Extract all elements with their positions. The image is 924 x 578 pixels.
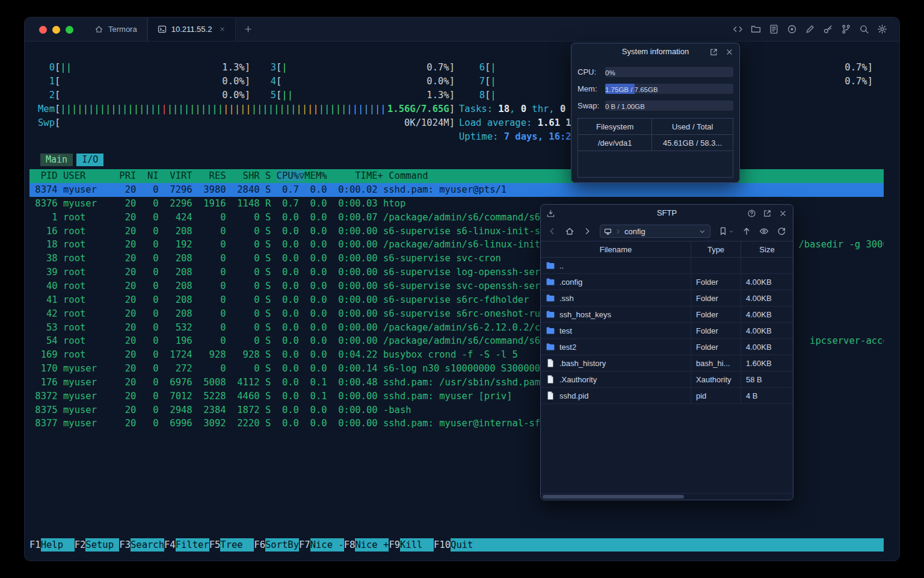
cpu-meter-4: 4[0.0%] <box>259 75 455 89</box>
code-icon[interactable] <box>733 24 743 34</box>
branch-icon[interactable] <box>841 24 851 34</box>
fn-f10-button[interactable]: F10Quit <box>434 538 484 552</box>
close-tab-icon[interactable] <box>219 26 226 33</box>
file-name: test <box>559 326 572 335</box>
file-name: test2 <box>559 343 576 352</box>
file-type: Folder <box>691 290 741 306</box>
fn-f1-button[interactable]: F1Help <box>29 538 75 552</box>
file-row[interactable]: ssh_host_keysFolder4.00KB <box>541 306 793 323</box>
meter-label: Swap: <box>578 101 605 110</box>
close-panel-icon[interactable] <box>725 48 734 57</box>
folder-icon[interactable] <box>751 24 761 34</box>
file-row[interactable]: .configFolder4.00KB <box>541 274 793 290</box>
bookmark-dropdown-icon[interactable] <box>728 229 734 234</box>
settings-icon[interactable] <box>877 24 887 34</box>
file-row[interactable]: .sshFolder4.00KB <box>541 290 793 306</box>
bookmark-icon[interactable] <box>718 226 728 236</box>
sort-column-cpu[interactable]: CPU%▽ <box>277 170 305 181</box>
meter-bar: 0% <box>605 67 733 77</box>
file-type: Folder <box>691 339 741 355</box>
close-window-button[interactable] <box>39 26 47 34</box>
file-row[interactable]: .bash_historybash_hi...1.60KB <box>541 355 793 371</box>
tab-termora-home[interactable]: Termora <box>85 17 147 41</box>
horizontal-scrollbar[interactable] <box>541 493 793 500</box>
search-icon[interactable] <box>859 24 869 34</box>
col-filename[interactable]: Filename <box>541 241 691 257</box>
download-icon[interactable] <box>546 205 555 222</box>
zoom-window-button[interactable] <box>66 26 73 34</box>
file-size: 4.00KB <box>741 290 793 306</box>
help-icon[interactable] <box>747 209 756 218</box>
file-size <box>741 258 793 273</box>
file-row[interactable]: test2Folder4.00KB <box>541 339 793 355</box>
path-breadcrumb[interactable]: config <box>600 225 710 238</box>
fn-f2-button[interactable]: F2Setup <box>75 538 120 552</box>
open-in-window-icon[interactable] <box>763 209 772 218</box>
fn-f3-button[interactable]: F3Search <box>119 538 164 552</box>
fn-f8-button[interactable]: F8Nice + <box>344 538 389 552</box>
folder-icon <box>546 261 555 270</box>
home-icon[interactable] <box>565 226 574 236</box>
file-name: .. <box>559 261 564 270</box>
file-type <box>691 258 741 273</box>
breadcrumb-separator-icon <box>614 228 622 235</box>
file-row[interactable]: .. <box>541 258 793 274</box>
file-row[interactable]: sshd.pidpid4 B <box>541 388 793 404</box>
minimize-window-button[interactable] <box>52 26 60 34</box>
col-type[interactable]: Type <box>691 241 741 257</box>
fn-f7-button[interactable]: F7Nice - <box>299 538 344 552</box>
scrollbar-thumb[interactable] <box>543 495 684 499</box>
folder-icon <box>546 309 555 319</box>
key-icon[interactable] <box>823 24 833 34</box>
refresh-icon[interactable] <box>777 226 786 236</box>
file-row[interactable]: .XauthorityXauthority58 B <box>541 371 793 388</box>
tab-bar: Termora 10.211.55.2 <box>85 17 260 41</box>
col-size[interactable]: Size <box>741 241 793 257</box>
fn-f5-button[interactable]: F5Tree <box>209 538 254 552</box>
close-panel-icon[interactable] <box>778 209 787 218</box>
file-type: Folder <box>691 323 741 338</box>
app-window: Termora 10.211.55.2 0[||1.3%] 1[0.0%] 2[… <box>24 17 900 561</box>
open-in-window-icon[interactable] <box>709 48 718 57</box>
new-tab-button[interactable] <box>236 17 260 41</box>
cpu-meter-2: 2[0.0%] <box>38 89 250 102</box>
meter-value: 0 B / 1.00GB <box>605 103 645 110</box>
folder-icon <box>546 277 555 287</box>
fs-col-used-total: Used / Total <box>652 119 733 134</box>
log-icon[interactable] <box>769 24 779 34</box>
fn-f4-button[interactable]: F4Filter <box>164 538 209 552</box>
file-size: 4.00KB <box>741 339 793 355</box>
record-icon[interactable] <box>787 24 797 34</box>
file-table-header[interactable]: Filename Type Size <box>541 241 793 258</box>
file-type: Folder <box>691 306 741 322</box>
computer-icon <box>604 228 612 235</box>
show-hidden-icon[interactable] <box>759 226 769 236</box>
chevron-down-icon[interactable] <box>698 228 706 235</box>
htop-summary-line: Load average: 1.61 1 <box>459 116 571 130</box>
filesystem-row[interactable]: /dev/vda145.61GB / 58.3... <box>578 135 733 151</box>
file-icon <box>546 374 555 384</box>
filesystem-table-header: Filesystem Used / Total <box>578 119 733 135</box>
htop-tab-main[interactable]: Main <box>40 154 73 166</box>
tab-label: 10.211.55.2 <box>171 25 212 34</box>
window-titlebar: Termora 10.211.55.2 <box>25 17 899 42</box>
file-row[interactable]: testFolder4.00KB <box>541 323 793 339</box>
pencil-icon[interactable] <box>805 24 815 34</box>
file-size: 4.00KB <box>741 274 793 290</box>
forward-icon[interactable] <box>582 226 592 236</box>
fn-f9-button[interactable]: F9Kill <box>389 538 434 552</box>
cpu-meter-1: 1[0.0%] <box>38 75 250 89</box>
tab-ssh-session[interactable]: 10.211.55.2 <box>147 17 236 41</box>
parent-directory-icon[interactable] <box>742 226 751 236</box>
terminal-icon <box>158 25 167 34</box>
sftp-toolbar: config <box>541 222 793 241</box>
fn-f6-button[interactable]: F6SortBy <box>254 538 299 552</box>
back-icon[interactable] <box>547 226 557 236</box>
file-type: bash_hi... <box>691 355 741 371</box>
process-row-8374[interactable]: 8374 myuser 20 0 7296 3980 2840 S 0.7 0.… <box>29 183 884 197</box>
htop-tab-io[interactable]: I/O <box>76 154 103 166</box>
sftp-file-list: ...configFolder4.00KB.sshFolder4.00KBssh… <box>541 258 793 493</box>
meter-value: 0% <box>605 69 615 76</box>
traffic-lights <box>39 26 73 34</box>
process-table-header[interactable]: PID USER PRI NI VIRT RES SHR S CPU%▽MEM%… <box>29 169 884 183</box>
